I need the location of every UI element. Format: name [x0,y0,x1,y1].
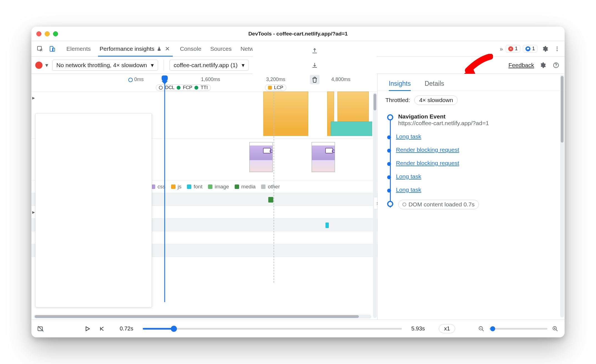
tab-insights[interactable]: Insights [389,80,411,91]
tab-label: Sources [210,46,232,52]
toggle-replay-icon[interactable] [37,325,45,333]
insight-navigation-event[interactable]: Navigation Event https://coffee-cart.net… [387,110,559,130]
dcl-pill[interactable]: DOM content loaded 0.7s [398,200,479,209]
square-icon [268,86,272,90]
error-icon: ✕ [508,46,513,51]
throttling-select[interactable]: No network throttling, 4× slowdown ▾ [52,60,158,71]
device-toolbar-icon[interactable] [47,44,57,54]
vertical-scrollbar[interactable] [560,75,564,317]
zoom-slider[interactable] [489,328,547,330]
svg-point-5 [557,50,558,51]
feedback-link[interactable]: Feedback [509,62,534,69]
window-zoom-button[interactable] [53,31,58,36]
window-minimize-button[interactable] [45,31,50,36]
overview-block [331,122,372,136]
zoom-knob[interactable] [490,326,495,331]
legend-item: css [151,184,166,190]
request-bar [325,223,329,228]
legend-item: other [261,184,280,190]
insight-item[interactable]: Render blocking request [387,143,559,156]
insight-link[interactable]: Long task [396,173,421,180]
filmstrip-thumbnail[interactable] [312,142,335,172]
recording-select[interactable]: coffee-cart.netlify.app (1) ▾ [169,60,249,71]
tab-label: Console [180,46,201,52]
export-icon[interactable] [310,46,319,55]
insight-link[interactable]: Render blocking request [396,146,459,153]
insight-link[interactable]: Render blocking request [396,160,459,166]
tab-details[interactable]: Details [425,80,444,91]
zoom-out-button[interactable] [477,325,485,333]
chip-label: FCP [183,85,192,90]
insight-item[interactable]: Render blocking request [387,156,559,170]
timeline-slider[interactable] [143,328,402,330]
side-panel-tabs: Insights Details [378,74,565,91]
import-icon[interactable] [310,60,319,70]
more-tabs-button[interactable]: » [500,46,503,52]
timeline-dot-icon [387,149,391,153]
tab-elements[interactable]: Elements [65,41,92,56]
insight-link[interactable]: Long task [396,186,421,193]
zoom-in-button[interactable] [551,325,559,333]
svg-marker-11 [86,327,90,331]
insight-dcl[interactable]: DOM content loaded 0.7s [387,196,559,213]
insight-title: Navigation Event [398,113,559,120]
tab-sources[interactable]: Sources [209,41,233,56]
horizontal-scrollbar[interactable] [34,315,371,318]
throttled-pill[interactable]: 4× slowdown [414,95,458,105]
track-expand-caret-icon[interactable]: ▸ [31,94,36,101]
timeline-bullet-icon [387,201,393,207]
error-count-badge[interactable]: ✕ 1 [506,45,520,52]
kebab-menu-icon[interactable] [552,44,562,54]
settings-gear-icon[interactable] [540,44,550,54]
slider-knob[interactable] [171,326,177,332]
message-count-badge[interactable]: 1 [523,45,537,52]
ruler-tick: 1,600ms [201,77,220,82]
right-panel-toggle[interactable]: › [374,197,377,209]
playhead-marker[interactable] [162,75,168,82]
timeline-dot-icon [387,189,391,193]
chevron-right-icon: › [377,200,377,206]
record-button[interactable]: ▾ [35,62,48,69]
slider-fill [143,328,174,330]
help-icon[interactable] [551,60,561,70]
svg-point-4 [557,48,558,49]
chip-label: DCL [165,85,174,90]
dot-icon [194,86,198,90]
legend-item: media [235,184,256,190]
timeline-tracks[interactable]: ▸ css js font image media other ▸ [31,92,377,320]
tab-close-button[interactable]: ✕ [164,45,171,53]
error-count: 1 [515,46,518,52]
legend-item: image [208,184,229,190]
message-count: 1 [532,46,535,52]
record-menu-caret-icon[interactable]: ▾ [45,62,48,69]
insight-link[interactable]: Long task [396,133,421,140]
time-ruler[interactable]: 0ms 1,600ms 3,200ms 4,800ms DCL FCP T [31,75,377,92]
scrollbar-thumb[interactable] [35,315,359,318]
tab-label: Elements [66,46,91,52]
insight-item[interactable]: Long task [387,170,559,183]
overview-block [263,92,308,136]
scrollbar-thumb[interactable] [374,94,376,110]
tab-console[interactable]: Console [178,41,203,56]
timeline-panel: 0ms 1,600ms 3,200ms 4,800ms DCL FCP T [31,74,378,320]
svg-point-3 [557,46,558,47]
seek-start-button[interactable] [98,325,106,333]
play-button[interactable] [84,325,91,333]
timeline-dot-icon [387,162,391,166]
inspect-element-icon[interactable] [35,44,45,54]
scrollbar-thumb[interactable] [561,76,564,143]
record-icon [35,62,42,69]
window-close-button[interactable] [36,31,41,36]
throttling-select-value: No network throttling, 4× slowdown [56,62,147,69]
insight-item[interactable]: Long task [387,183,559,196]
timeline-bullet-icon [387,114,393,120]
panel-settings-icon[interactable] [538,60,547,70]
insight-item[interactable]: Long task [387,130,559,143]
metric-chip-lcp[interactable]: LCP [265,84,286,91]
zoom-controls [477,325,559,333]
throttled-summary: Throttled: 4× slowdown [378,91,565,107]
playback-speed-button[interactable]: x1 [439,324,455,333]
tab-performance-insights[interactable]: Performance insights ✕ [98,41,173,56]
filmstrip-thumbnail[interactable] [249,142,273,172]
insights-side-panel: Insights Details Throttled: 4× slowdown … [378,74,565,320]
